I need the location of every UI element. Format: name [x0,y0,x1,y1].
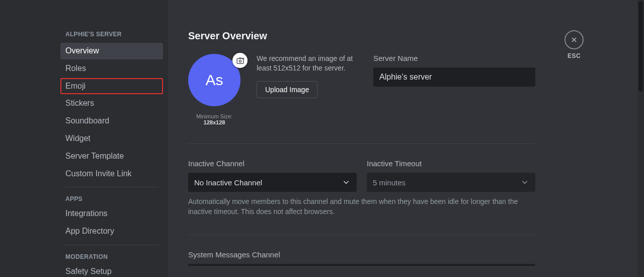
chevron-down-icon [342,178,351,187]
sidebar-item-custom-invite[interactable]: Custom Invite Link [60,166,163,182]
page-title: Server Overview [188,30,535,42]
min-size-label: Minimum Size: 128x128 [188,113,240,125]
inactive-channel-value: No Inactive Channel [194,178,262,187]
server-name-input[interactable] [373,67,535,87]
inactive-help-text: Automatically move members to this chann… [188,197,535,217]
close-icon [570,36,578,44]
sidebar-item-app-directory[interactable]: App Directory [60,223,163,240]
system-messages-label: System Messages Channel [188,250,535,259]
scrollbar-track[interactable] [637,0,644,277]
sidebar-item-safety-setup[interactable]: Safety Setup [60,263,163,277]
svg-rect-0 [237,58,244,63]
sidebar-item-stickers[interactable]: Stickers [60,95,163,112]
close-button[interactable] [565,30,584,49]
sidebar-item-emoji[interactable]: Emoji [60,78,163,95]
apps-section-title: APPS [60,192,163,205]
divider [188,144,535,144]
esc-label: ESC [565,52,584,59]
sidebar-item-soundboard[interactable]: Soundboard [60,113,163,129]
close-button-group: ESC [565,30,584,59]
sidebar-item-widget[interactable]: Widget [60,130,163,147]
avatar-initials: As [205,72,223,89]
sidebar-item-roles[interactable]: Roles [60,60,163,77]
upload-image-button[interactable]: Upload Image [257,81,317,98]
system-messages-select[interactable] [188,264,535,266]
sidebar: ALPHIE'S SERVER Overview Roles Emoji Sti… [0,0,168,277]
inactive-channel-select[interactable]: No Inactive Channel [188,173,357,192]
divider [65,187,158,187]
sidebar-item-overview[interactable]: Overview [60,43,163,59]
server-name-header: ALPHIE'S SERVER [60,28,163,41]
svg-point-1 [239,60,241,62]
inactive-timeout-label: Inactive Timeout [367,159,535,168]
divider [65,245,158,245]
inactive-channel-label: Inactive Channel [188,159,357,168]
scrollbar-thumb[interactable] [638,1,643,92]
chevron-down-icon [520,178,529,187]
moderation-section-title: MODERATION [60,250,163,263]
recommend-text: We recommend an image of at least 512x51… [257,54,357,73]
sidebar-item-integrations[interactable]: Integrations [60,205,163,222]
inactive-timeout-value: 5 minutes [373,178,406,187]
inactive-timeout-select[interactable]: 5 minutes [367,173,535,192]
server-name-label: Server Name [373,54,535,62]
upload-image-icon[interactable] [232,53,248,68]
sidebar-item-server-template[interactable]: Server Template [60,148,163,165]
divider [188,235,535,235]
server-avatar[interactable]: As [188,54,240,106]
